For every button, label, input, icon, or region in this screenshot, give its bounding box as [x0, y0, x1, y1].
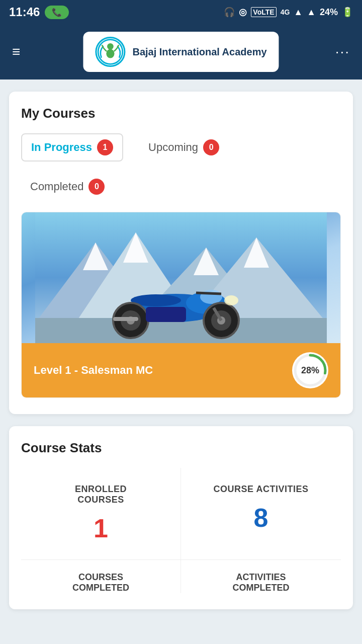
headphone-icon: 🎧 — [224, 7, 235, 18]
course-stats-title: Course Stats — [21, 440, 341, 456]
activities-completed-label: ACTIVITIESCOMPLETED — [232, 572, 289, 593]
upcoming-badge: 0 — [203, 139, 219, 155]
logo-circle — [95, 37, 125, 67]
enrolled-courses-label: ENROLLEDCOURSES — [75, 484, 127, 505]
progress-circle: 28% — [292, 352, 328, 388]
header: ≡ Bajaj International Academy ··· — [0, 24, 362, 79]
progress-text: 28% — [301, 365, 319, 376]
tab-upcoming[interactable]: Upcoming 0 — [139, 134, 228, 160]
volte-icon: VoLTE — [251, 7, 276, 17]
course-footer: Level 1 - Salesman MC 28% — [22, 343, 340, 397]
hamburger-menu[interactable]: ≡ — [12, 44, 20, 60]
4g-icon: 4G — [281, 8, 290, 16]
signal-icon-2: ▲ — [307, 7, 316, 18]
stats-grid: ENROLLEDCOURSES 1 COURSE ACTIVITIES 8 — [21, 468, 341, 560]
svg-line-24 — [196, 293, 221, 294]
time-display: 11:46 — [9, 5, 40, 19]
battery-display: 24% — [320, 7, 338, 18]
cast-icon: ◎ — [239, 7, 247, 18]
call-button[interactable]: 📞 — [45, 6, 69, 19]
course-activities-value: 8 — [254, 503, 268, 533]
completed-badge: 0 — [88, 179, 105, 195]
my-courses-title: My Courses — [21, 106, 341, 121]
header-logo-area: Bajaj International Academy — [83, 32, 279, 72]
svg-rect-25 — [113, 317, 138, 321]
tab-completed[interactable]: Completed 0 — [21, 174, 341, 200]
logo-svg — [97, 38, 124, 65]
call-icon: 📞 — [52, 8, 62, 17]
svg-point-1 — [107, 43, 114, 50]
tab-completed-label: Completed — [30, 180, 83, 193]
my-courses-card: My Courses In Progress 1 Upcoming 0 Comp… — [9, 92, 353, 414]
course-activities-label: COURSE ACTIVITIES — [214, 484, 309, 495]
tab-in-progress[interactable]: In Progress 1 — [21, 133, 123, 162]
status-bar-right: 🎧 ◎ VoLTE 4G ▲ ▲ 24% 🔋 — [224, 7, 353, 18]
svg-point-2 — [106, 49, 114, 58]
tab-in-progress-label: In Progress — [31, 141, 92, 154]
course-stats-card: Course Stats ENROLLEDCOURSES 1 COURSE AC… — [9, 426, 353, 609]
enrolled-courses-value: 1 — [94, 513, 108, 543]
course-activities-stat: COURSE ACTIVITIES 8 — [181, 468, 341, 560]
courses-completed-stat: COURSESCOMPLETED — [21, 560, 181, 593]
course-image — [22, 212, 340, 343]
in-progress-badge: 1 — [97, 139, 113, 155]
course-name: Level 1 - Salesman MC — [34, 364, 153, 377]
header-brand: Bajaj International Academy — [132, 46, 266, 58]
battery-icon: 🔋 — [342, 7, 353, 18]
svg-rect-26 — [146, 307, 186, 322]
courses-completed-label: COURSESCOMPLETED — [72, 572, 129, 593]
signal-icon: ▲ — [294, 7, 303, 18]
status-bar-left: 11:46 📞 — [9, 5, 69, 19]
course-scene — [22, 212, 340, 343]
svg-point-27 — [224, 295, 238, 305]
enrolled-courses-stat: ENROLLEDCOURSES 1 — [21, 468, 181, 560]
main-content: My Courses In Progress 1 Upcoming 0 Comp… — [0, 79, 362, 621]
completed-row: Completed 0 — [21, 174, 341, 200]
tab-upcoming-label: Upcoming — [148, 141, 198, 154]
activities-completed-stat: ACTIVITIESCOMPLETED — [181, 560, 341, 593]
status-bar: 11:46 📞 🎧 ◎ VoLTE 4G ▲ ▲ 24% 🔋 — [0, 0, 362, 24]
stats-bottom-grid: COURSESCOMPLETED ACTIVITIESCOMPLETED — [21, 560, 341, 593]
course-tabs-row: In Progress 1 Upcoming 0 — [21, 133, 341, 162]
course-card[interactable]: Level 1 - Salesman MC 28% — [21, 212, 341, 398]
more-options-menu[interactable]: ··· — [335, 44, 350, 60]
